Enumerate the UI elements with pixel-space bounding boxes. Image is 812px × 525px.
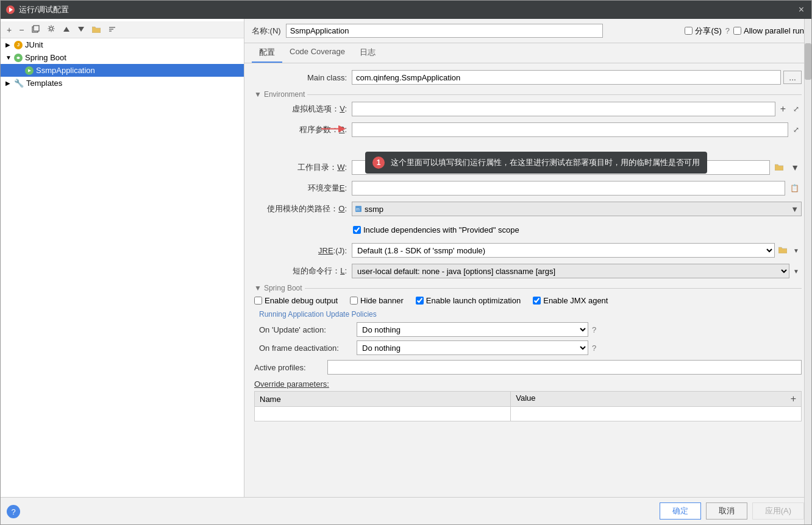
enable-jmx-checkbox[interactable] [533, 297, 541, 305]
remove-config-button[interactable]: − [16, 24, 26, 36]
sort-icon [108, 26, 116, 33]
jre-down-arrow[interactable]: ▼ [791, 246, 802, 255]
working-dir-input-row: ▼ [352, 160, 802, 175]
folder-icon2 [775, 163, 783, 171]
tree-item-springboot[interactable]: ▼ Spring Boot [1, 51, 244, 64]
tab-coverage[interactable]: Code Coverage [282, 43, 352, 63]
program-args-input[interactable] [352, 122, 788, 137]
move-down-button[interactable] [75, 24, 87, 36]
share-checkbox-label[interactable]: 分享(S) [685, 26, 721, 37]
enable-launch-checkbox[interactable] [416, 297, 424, 305]
springboot-expand-arrow: ▼ [5, 54, 12, 61]
hide-banner-checkbox[interactable] [350, 297, 358, 305]
right-panel: 名称:(N) 分享(S) ? Allow parallel run 配置 [244, 19, 811, 497]
program-args-input-row: ⤢ [352, 122, 802, 137]
enable-debug-text: Enable debug output [265, 296, 338, 305]
close-button[interactable]: × [796, 4, 807, 15]
share-help-button[interactable]: ? [725, 26, 730, 35]
override-table-empty-name [255, 407, 511, 421]
env-vars-edit-button[interactable]: 📋 [788, 183, 802, 194]
vm-options-input-row: + ⤢ [352, 102, 802, 116]
update-policies-title: Running Application Update Policies [259, 310, 802, 319]
confirm-button[interactable]: 确定 [660, 502, 701, 520]
tabs-bar: 配置 Code Coverage 日志 [244, 43, 811, 63]
form-area: Main class: ... ▼ Environment 虚拟机选项：V: [244, 63, 811, 497]
module-icon: m [355, 205, 362, 213]
jre-folder-button[interactable] [776, 244, 789, 256]
frame-deact-help[interactable]: ? [592, 344, 596, 353]
vm-options-input[interactable] [352, 102, 775, 116]
parallel-checkbox-input[interactable] [733, 27, 741, 35]
update-action-select[interactable]: Do nothing Update classes and resources … [357, 322, 588, 337]
env-vars-input-row: 📋 [352, 181, 802, 196]
enable-debug-checkbox[interactable] [254, 297, 262, 305]
module-dropdown[interactable]: m ssmp ▼ [352, 202, 802, 216]
tab-log[interactable]: 日志 [352, 43, 383, 63]
vm-options-add-button[interactable]: + [778, 102, 788, 116]
share-checkbox-input[interactable] [685, 27, 693, 35]
name-input[interactable] [286, 24, 603, 38]
springboot-section-arrow[interactable]: ▼ [254, 284, 262, 292]
env-section-arrow[interactable]: ▼ [254, 90, 262, 99]
working-dir-input[interactable] [352, 160, 770, 175]
active-profiles-label: Active profiles: [254, 363, 327, 372]
jre-dropdown-row: Default (1.8 - SDK of 'ssmp' module) ▼ [352, 243, 802, 258]
ssmpapp-label: SsmpApplication [36, 66, 95, 75]
main-class-label: Main class: [254, 73, 352, 82]
move-up-button[interactable] [60, 24, 73, 36]
module-classpath-row: 使用模块的类路径：O: m ssmp ▼ [254, 201, 802, 217]
scrollbar-track[interactable] [804, 19, 811, 524]
add-param-button[interactable]: + [791, 393, 796, 404]
svg-point-4 [50, 27, 53, 30]
update-action-help[interactable]: ? [592, 325, 596, 334]
enable-launch-label[interactable]: Enable launch optimization [416, 296, 521, 305]
sort-button[interactable] [105, 24, 119, 36]
include-deps-text: Include dependencies with "Provided" sco… [363, 225, 519, 234]
program-args-row: 程序参数：R: ⤢ [254, 122, 802, 138]
frame-deact-select[interactable]: Do nothing Update classes and resources … [357, 340, 588, 355]
left-toolbar: + − [1, 21, 244, 38]
scrollbar-thumb[interactable] [805, 43, 811, 80]
working-dir-down-button[interactable]: ▼ [788, 161, 802, 174]
enable-jmx-label[interactable]: Enable JMX agent [533, 296, 608, 305]
working-dir-folder-button[interactable] [772, 161, 786, 174]
tree-item-junit[interactable]: ▶ J JUnit [1, 38, 244, 51]
cancel-button[interactable]: 取消 [706, 502, 747, 520]
program-args-expand-button[interactable]: ⤢ [791, 124, 802, 135]
parallel-checkbox-label[interactable]: Allow parallel run [733, 26, 804, 35]
active-profiles-input[interactable] [327, 360, 802, 375]
override-params-section: Override parameters: Name Value + [254, 379, 802, 421]
vm-options-expand-button[interactable]: ⤢ [791, 104, 802, 115]
short-cmdline-select[interactable]: user-local default: none - java [options… [352, 264, 789, 278]
vm-options-row: 虚拟机选项：V: + ⤢ [254, 101, 802, 117]
jre-select[interactable]: Default (1.8 - SDK of 'ssmp' module) [352, 243, 775, 258]
main-class-input[interactable] [352, 70, 781, 85]
copy-icon [31, 24, 40, 33]
env-vars-input[interactable] [352, 181, 785, 196]
env-vars-row: 环境变量E: 📋 [254, 180, 802, 196]
tree-item-ssmpapplication[interactable]: SsmpApplication [1, 64, 244, 77]
tree-item-templates[interactable]: ▶ 🔧 Templates [1, 77, 244, 90]
run-icon [5, 5, 15, 15]
gear-icon [47, 24, 55, 33]
tab-config[interactable]: 配置 [252, 43, 282, 63]
template-icon: 🔧 [14, 79, 24, 88]
copy-config-button[interactable] [29, 23, 42, 36]
update-action-label: On 'Update' action: [259, 325, 357, 334]
short-cmdline-down-arrow[interactable]: ▼ [791, 267, 802, 276]
include-deps-label[interactable]: Include dependencies with "Provided" sco… [353, 225, 519, 234]
springboot-section-header: ▼ Spring Boot [254, 284, 802, 292]
settings-config-button[interactable] [45, 23, 58, 36]
folder-button[interactable] [90, 24, 103, 36]
add-config-button[interactable]: + [4, 24, 14, 36]
share-label: 分享(S) [695, 26, 721, 37]
enable-jmx-text: Enable JMX agent [543, 296, 608, 305]
enable-debug-label[interactable]: Enable debug output [254, 296, 338, 305]
override-params-label[interactable]: Override parameters: [254, 379, 329, 389]
bottom-help-button[interactable]: ? [7, 505, 20, 518]
hide-banner-label[interactable]: Hide banner [350, 296, 404, 305]
main-class-row: Main class: ... [254, 69, 802, 85]
apply-button[interactable]: 应用(A) [752, 502, 804, 520]
main-class-more-button[interactable]: ... [783, 71, 802, 84]
include-deps-checkbox[interactable] [353, 226, 361, 234]
